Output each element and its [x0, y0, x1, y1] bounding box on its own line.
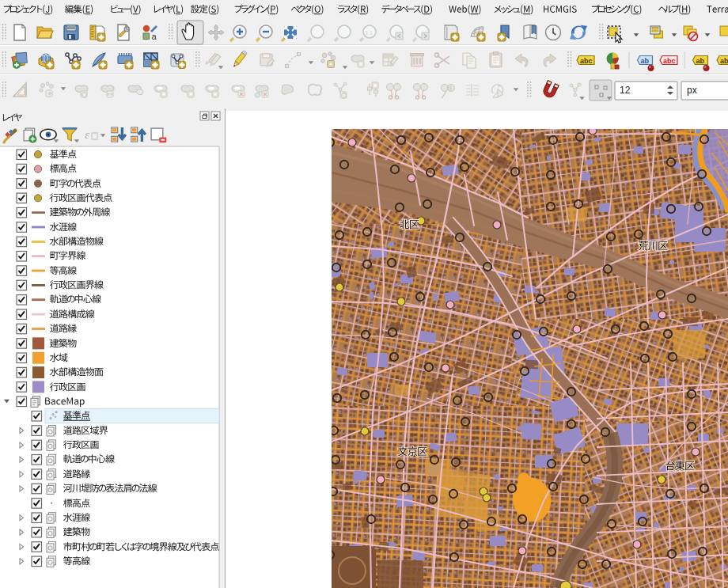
svg-text:abc: abc [663, 57, 676, 65]
svg-text:abc: abc [720, 57, 728, 65]
svg-text:ab: ab [641, 57, 650, 65]
svg-text:ab: ab [696, 57, 705, 65]
svg-text:a: a [152, 32, 157, 41]
svg-text:ε: ε [85, 128, 89, 141]
svg-text:1:1: 1:1 [366, 30, 373, 36]
svg-text:px: px [687, 85, 697, 96]
svg-text:abc: abc [580, 57, 593, 65]
svg-text:12: 12 [620, 85, 631, 96]
